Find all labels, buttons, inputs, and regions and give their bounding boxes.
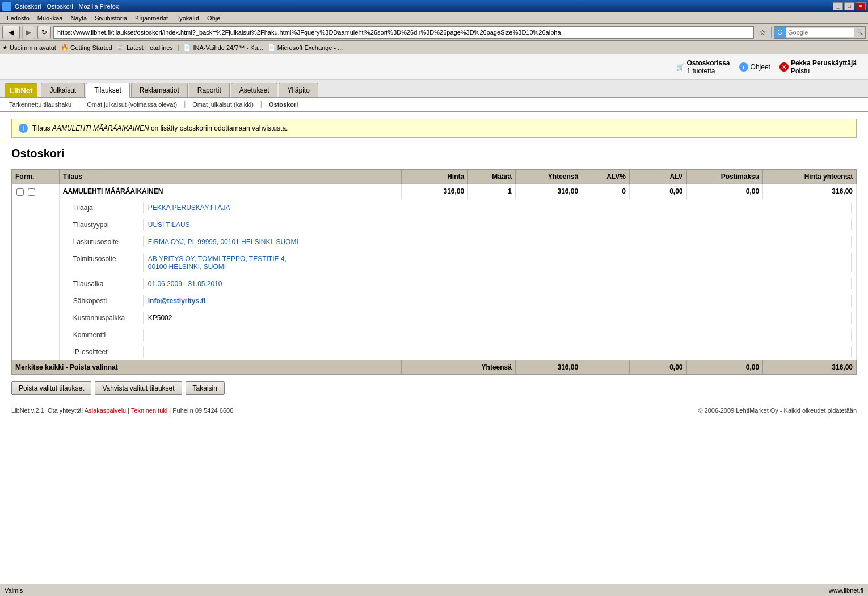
subtab-ostoskori[interactable]: Ostoskori [264, 100, 302, 109]
window-controls: _ □ ✕ [833, 2, 866, 10]
bookmark-exchange[interactable]: 📄 Microsoft Exchange - ... [268, 44, 343, 51]
value-tilaustyyppi: UUSI TILAUS [145, 219, 852, 230]
footer-tech-link[interactable]: Tekninen tuki [131, 407, 167, 414]
minimize-button[interactable]: _ [833, 2, 843, 10]
order-alv: 0,00 [629, 184, 686, 200]
star-bookmark-icon: ★ [2, 44, 8, 51]
tab-yllapito[interactable]: Ylläpito [279, 83, 318, 97]
value-ip [145, 346, 852, 358]
fire-icon: 🔥 [61, 44, 69, 51]
tab-julkaisut[interactable]: Julkaisut [41, 83, 85, 97]
order-hinta-yht: 316,00 [763, 184, 857, 200]
back-button[interactable]: ◀ [2, 26, 20, 39]
deselect-all-label[interactable]: Poista valinnat [70, 363, 118, 371]
menu-nayta[interactable]: Näytä [67, 14, 90, 23]
main-tabs: LibNet Julkaisut Tilaukset Reklamaatiot … [0, 80, 868, 98]
subtab-voimassa[interactable]: Omat julkaisut (voimassa olevat) [82, 100, 182, 109]
bookmark-sep-1: | [178, 44, 179, 51]
cart-icon: 🛒 [676, 63, 685, 71]
help-item[interactable]: i Ohjeet [739, 62, 770, 72]
checkbox-cell [12, 184, 60, 200]
page-content: 🛒 Ostoskorissa 1 tuotetta i Ohjeet ✕ Pek… [0, 54, 868, 596]
detail-ip: IP-osoitteet [12, 343, 857, 360]
label-tilausaika: Tilausaika [64, 278, 144, 289]
menu-kirjanmerkit[interactable]: Kirjanmerkit [132, 14, 171, 23]
title-bar: Ostoskori - Ostoskori - Mozilla Firefox … [0, 0, 868, 12]
close-button[interactable]: ✕ [856, 2, 866, 10]
footer-postimaksu: 0,00 [686, 360, 763, 375]
label-ip: IP-osoitteet [64, 346, 144, 358]
menu-muokkaa[interactable]: Muokkaa [34, 14, 66, 23]
bookmark-useimmin[interactable]: ★ Useimmin avatut [2, 44, 56, 51]
detail-laskutusosoite: Laskutusosoite FIRMA OYJ, PL 99999, 0010… [12, 233, 857, 250]
user-name: Pekka Peruskäyttäjä [791, 59, 857, 67]
th-hinta: Hinta [401, 170, 467, 184]
checkbox-form[interactable] [16, 188, 24, 196]
address-bar[interactable] [53, 26, 754, 39]
label-tilaustyyppi: Tilaustyyppi [64, 219, 144, 230]
detail-tilaaja: Tilaaja PEKKA PERUSKÄYTTÄJÄ [12, 199, 857, 216]
subtab-tarkennettu[interactable]: Tarkennettu tilaushaku [5, 100, 76, 109]
bookmark-getting-started[interactable]: 🔥 Getting Started [61, 44, 112, 51]
info-message: i Tilaus AAMULEHTI MÄÄRÄAIKAINEN on lisä… [11, 119, 857, 138]
libnet-logo[interactable]: LibNet [5, 83, 37, 97]
maximize-button[interactable]: □ [844, 2, 854, 10]
menu-tiedosto[interactable]: Tiedosto [2, 14, 33, 23]
th-hinta-yht: Hinta yhteensä [763, 170, 857, 184]
info-italic: AAMULEHTI MÄÄRÄAIKAINEN [52, 124, 149, 132]
footer-version: LibNet v.2.1. [11, 407, 46, 414]
user-item: ✕ Pekka Peruskäyttäjä Poistu [779, 59, 857, 75]
cart-info: 🛒 Ostoskorissa 1 tuotetta [676, 59, 730, 75]
bookmarks-bar: ★ Useimmin avatut 🔥 Getting Started 📰 La… [0, 41, 868, 54]
forward-button[interactable]: ▶ [22, 26, 35, 39]
browser-frame: Ostoskori - Ostoskori - Mozilla Firefox … [0, 0, 868, 596]
menu-sivuhistoria[interactable]: Sivuhistoria [91, 14, 130, 23]
logout-label[interactable]: Poistu [791, 67, 810, 75]
subtab-kaikki[interactable]: Omat julkaisut (kaikki) [188, 100, 258, 109]
value-tilausaika: 01.06.2009 - 31.05.2010 [145, 278, 852, 289]
page-footer: LibNet v.2.1. Ota yhteyttä! Asiakaspalve… [0, 402, 868, 418]
order-postimaksu: 0,00 [686, 184, 763, 200]
tab-reklamaatiot[interactable]: Reklamaatiot [131, 83, 188, 97]
footer-service-link[interactable]: Asiakaspalvelu [85, 407, 126, 414]
tab-asetukset[interactable]: Asetukset [231, 83, 278, 97]
th-form: Form. [12, 170, 60, 184]
detail-tilaustyyppi: Tilaustyyppi UUSI TILAUS [12, 216, 857, 233]
footer-left: LibNet v.2.1. Ota yhteyttä! Asiakaspalve… [11, 407, 233, 414]
select-all-label[interactable]: Merkitse kaikki [15, 363, 64, 371]
confirm-button[interactable]: Vahvista valitut tilaukset [95, 381, 182, 395]
search-input[interactable] [786, 28, 854, 37]
footer-contact: Ota yhteyttä! [48, 407, 83, 414]
menu-tyokalut[interactable]: Työkalut [172, 14, 203, 23]
bookmark-ina[interactable]: 📄 INA-Vaihde 24/7™ - Ka... [183, 44, 263, 51]
status-bar: Valmis www.libnet.fi [0, 584, 868, 596]
footer-buttons: Poista valitut tilaukset Vahvista valitu… [11, 381, 857, 395]
sub-tabs: Tarkennettu tilaushaku | Omat julkaisut … [0, 98, 868, 112]
order-yhteensa: 316,00 [515, 184, 582, 200]
star-icon[interactable]: ☆ [756, 26, 769, 39]
status-text: Valmis [5, 587, 23, 594]
value-sahkoposti: info@testiyritys.fi [145, 295, 852, 307]
bookmark-headlines[interactable]: 📰 Latest Headlines [117, 44, 173, 51]
cart-label: Ostoskorissa [687, 59, 730, 67]
th-alv-pct: ALV% [582, 170, 630, 184]
menu-ohje[interactable]: Ohje [204, 14, 224, 23]
back-button[interactable]: Takaisin [186, 381, 225, 395]
tab-tilaukset[interactable]: Tilaukset [86, 83, 130, 98]
label-kommentti: Kommentti [64, 329, 144, 341]
reload-button[interactable]: ↻ [37, 26, 51, 39]
footer-yhteensa: 316,00 [515, 360, 582, 375]
detail-tilausaika: Tilausaika 01.06.2009 - 31.05.2010 [12, 275, 857, 292]
logout-icon[interactable]: ✕ [779, 62, 789, 72]
checkbox-order[interactable] [28, 188, 35, 196]
order-row: AAMULEHTI MÄÄRÄAIKAINEN 316,00 1 316,00 … [12, 184, 857, 200]
detail-toimitusosoite: Toimitusosoite AB YRITYS OY, TOMMI TEPPO… [12, 250, 857, 275]
order-hinta: 316,00 [401, 184, 467, 200]
page-title: Ostoskori [11, 147, 857, 160]
order-maara: 1 [468, 184, 516, 200]
delete-button[interactable]: Poista valitut tilaukset [11, 381, 91, 395]
th-alv: ALV [629, 170, 686, 184]
search-icon[interactable]: 🔍 [854, 27, 865, 38]
tab-raportit[interactable]: Raportit [189, 83, 230, 97]
menu-bar: Tiedosto Muokkaa Näytä Sivuhistoria Kirj… [0, 12, 868, 24]
